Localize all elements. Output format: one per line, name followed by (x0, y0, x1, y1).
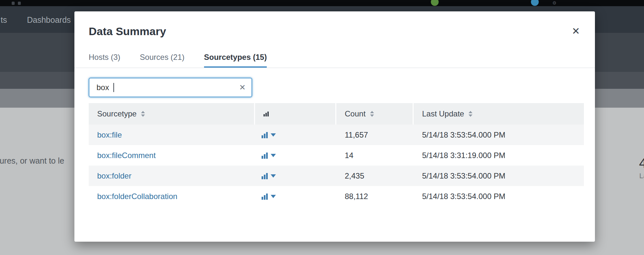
sort-header-count[interactable]: Count (336, 103, 414, 125)
bar-chart-icon (262, 132, 268, 138)
header-label-count: Count (345, 109, 366, 118)
last-update-cell: 5/14/18 3:31:19.000 PM (414, 145, 584, 166)
table-row: box:folder 2,435 5/14/18 3:53:54.000 PM (89, 166, 584, 186)
count-cell: 11,657 (336, 125, 414, 145)
sort-arrows-icon (370, 111, 374, 117)
screen: ⚙ ts Dashboards tures, or want to le 4 L… (0, 0, 644, 255)
last-update-cell: 5/14/18 3:53:54.000 PM (414, 125, 584, 145)
close-icon[interactable]: ✕ (572, 26, 580, 36)
table-header-row: Sourcetype Count Last Update (89, 103, 584, 125)
header-label-last-update: Last Update (422, 109, 464, 118)
clear-search-icon[interactable]: ✕ (239, 83, 246, 92)
chevron-down-icon (271, 174, 276, 178)
modal-tabs: Hosts (3) Sources (21) Sourcetypes (15) (74, 53, 595, 68)
tab-sourcetypes[interactable]: Sourcetypes (15) (204, 53, 267, 68)
modal-header: Data Summary ✕ (74, 11, 595, 38)
chart-dropdown[interactable] (255, 186, 336, 207)
count-cell: 2,435 (336, 166, 414, 186)
last-update-cell: 5/14/18 3:53:54.000 PM (414, 186, 584, 207)
sourcetype-link[interactable]: box:folder (97, 171, 131, 181)
data-summary-modal: Data Summary ✕ Hosts (3) Sources (21) So… (74, 11, 595, 242)
sourcetype-link[interactable]: box:folderCollaboration (97, 192, 177, 201)
header-label-sourcetype: Sourcetype (97, 109, 136, 118)
text-caret (113, 83, 114, 92)
count-cell: 88,112 (336, 186, 414, 207)
bar-chart-icon (262, 173, 268, 179)
search-box: ✕ (89, 78, 252, 97)
sourcetypes-table: Sourcetype Count Last Update (89, 103, 584, 207)
sourcetype-link[interactable]: box:file (97, 130, 122, 140)
chevron-down-icon (271, 154, 276, 157)
chart-dropdown[interactable] (255, 145, 336, 166)
table-row: box:file 11,657 5/14/18 3:53:54.000 PM (89, 125, 584, 145)
modal-body: ✕ Sourcetype Count Last (74, 68, 595, 207)
sourcetype-link[interactable]: box:fileComment (97, 151, 156, 160)
last-update-cell: 5/14/18 3:53:54.000 PM (414, 166, 584, 186)
table-row: box:fileComment 14 5/14/18 3:31:19.000 P… (89, 145, 584, 166)
bar-chart-icon (264, 111, 269, 116)
header-chart-column (255, 103, 336, 125)
sort-header-sourcetype[interactable]: Sourcetype (89, 103, 255, 125)
chart-dropdown[interactable] (255, 125, 336, 145)
chevron-down-icon (271, 195, 276, 198)
sort-arrows-icon (141, 111, 145, 117)
sort-arrows-icon (469, 111, 472, 117)
table-row: box:folderCollaboration 88,112 5/14/18 3… (89, 186, 584, 207)
modal-title: Data Summary (89, 25, 581, 38)
sort-header-last-update[interactable]: Last Update (414, 103, 584, 125)
tab-hosts[interactable]: Hosts (3) (89, 53, 120, 68)
chart-dropdown[interactable] (255, 166, 336, 186)
count-cell: 14 (336, 145, 414, 166)
bar-chart-icon (262, 193, 268, 200)
chevron-down-icon (271, 133, 276, 137)
tab-sources[interactable]: Sources (21) (140, 53, 184, 68)
bar-chart-icon (262, 152, 268, 159)
